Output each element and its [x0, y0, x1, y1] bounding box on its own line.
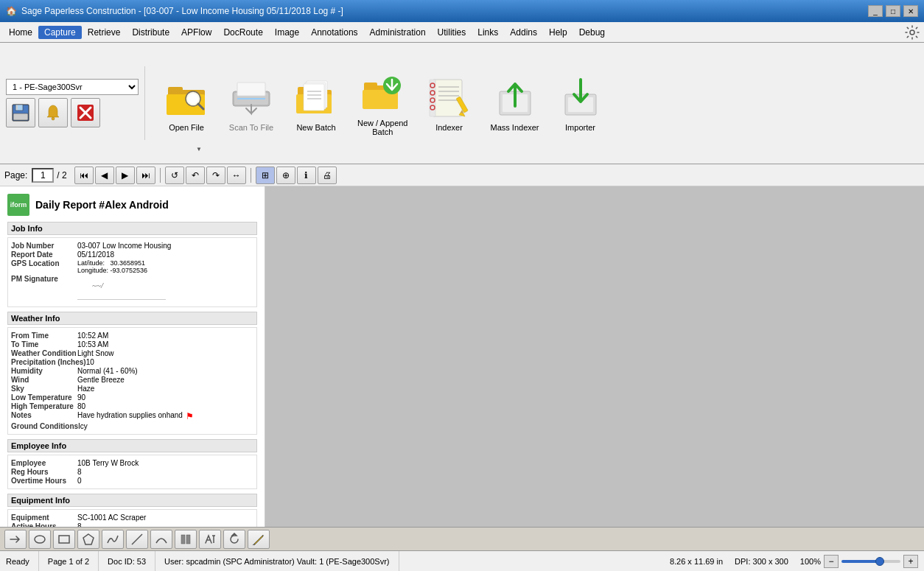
- low-temp-value: 90: [77, 393, 85, 402]
- print-button[interactable]: 🖨: [318, 167, 337, 184]
- scan-to-file-button[interactable]: Scan To File: [222, 71, 281, 135]
- notes-label: Notes: [11, 411, 77, 421]
- rotate-right-button[interactable]: ↷: [206, 167, 225, 184]
- menu-links[interactable]: Links: [472, 26, 504, 39]
- job-number-row: Job Number 03-007 Low Income Housing: [11, 242, 253, 250]
- draw-text-button[interactable]: [199, 530, 221, 549]
- zoom-slider-thumb[interactable]: [875, 557, 884, 566]
- minimize-button[interactable]: _: [868, 5, 883, 17]
- menu-retrieve[interactable]: Retrieve: [82, 26, 127, 39]
- employee-value: 10B Terry W Brock: [77, 459, 139, 467]
- svg-rect-11: [168, 87, 183, 94]
- notes-row: Notes Have hydration supplies onhand ⚑: [11, 411, 253, 421]
- rotate-left-button[interactable]: ↶: [186, 167, 205, 184]
- svg-point-55: [35, 536, 45, 543]
- menu-annotations[interactable]: Annotations: [305, 26, 363, 39]
- new-append-batch-label: New / Append Batch: [357, 119, 408, 136]
- employee-row: Employee 10B Terry W Brock: [11, 459, 253, 467]
- equipment-info-content: Equipment SC-1001 AC Scraper Active Hour…: [7, 509, 257, 527]
- draw-poly-button[interactable]: [77, 530, 99, 549]
- draw-line-button[interactable]: [126, 530, 148, 549]
- sky-row: Sky Haze: [11, 385, 253, 393]
- document-header: iform Daily Report #Alex Android: [7, 194, 257, 216]
- toolbar-dropdown-arrow[interactable]: ▼: [196, 146, 202, 153]
- sky-value: Haze: [77, 385, 94, 393]
- app-title-area: 🏠 Sage Paperless Construction - [03-007 …: [6, 6, 343, 16]
- svg-rect-59: [181, 535, 185, 544]
- svg-marker-57: [83, 534, 94, 544]
- svg-rect-4: [13, 113, 28, 120]
- info-button[interactable]: ℹ: [297, 167, 316, 184]
- close-button[interactable]: [71, 98, 100, 127]
- server-select[interactable]: 1 - PE-Sage300Svr: [6, 79, 139, 95]
- ground-conditions-value: Icy: [78, 422, 88, 430]
- weather-info-header: Weather Info: [7, 312, 257, 325]
- employee-label: Employee: [11, 459, 77, 467]
- menu-help[interactable]: Help: [543, 26, 573, 39]
- zoom-slider[interactable]: [841, 560, 900, 563]
- menu-debug[interactable]: Debug: [573, 26, 611, 39]
- save-button[interactable]: [6, 98, 35, 127]
- mass-indexer-button[interactable]: Mass Indexer: [485, 71, 545, 135]
- draw-filled-button[interactable]: [175, 530, 197, 549]
- close-button[interactable]: ✕: [903, 5, 918, 17]
- menu-image[interactable]: Image: [269, 26, 305, 39]
- svg-rect-30: [364, 83, 377, 90]
- first-page-button[interactable]: ⏮: [74, 167, 94, 184]
- menu-administration[interactable]: Administration: [364, 26, 432, 39]
- last-page-button[interactable]: ⏭: [136, 167, 155, 184]
- indexer-icon: [426, 74, 473, 122]
- draw-freehand-button[interactable]: [102, 530, 124, 549]
- draw-curve-button[interactable]: [150, 530, 172, 549]
- status-bar: Ready Page 1 of 2 Doc ID: 53 User: spcad…: [0, 550, 924, 571]
- menu-apflow[interactable]: APFlow: [175, 26, 217, 39]
- scan-to-file-label: Scan To File: [229, 123, 273, 132]
- new-append-batch-button[interactable]: New / Append Batch: [351, 67, 414, 139]
- indexer-button[interactable]: Indexer: [420, 71, 479, 135]
- svg-rect-24: [304, 84, 324, 111]
- prev-page-button[interactable]: ◀: [95, 167, 114, 184]
- gps-location-label: GPS Location: [11, 259, 77, 274]
- new-batch-button[interactable]: New Batch: [287, 71, 346, 135]
- refresh-button[interactable]: ↺: [165, 167, 184, 184]
- draw-rotate-button[interactable]: [223, 530, 245, 549]
- page-input[interactable]: [32, 168, 54, 183]
- next-page-button[interactable]: ▶: [116, 167, 135, 184]
- employee-info-content: Employee 10B Terry W Brock Reg Hours 8 O…: [7, 455, 257, 489]
- menu-addins[interactable]: Addins: [504, 26, 543, 39]
- maximize-button[interactable]: □: [886, 5, 900, 17]
- thumbnail-button[interactable]: ⊞: [256, 167, 275, 184]
- low-temp-label: Low Temperature: [11, 393, 77, 402]
- menu-utilities[interactable]: Utilities: [432, 26, 472, 39]
- overtime-hours-row: Overtime Hours 0: [11, 477, 253, 485]
- draw-arrow-button[interactable]: [4, 530, 27, 549]
- bell-button[interactable]: [38, 98, 68, 127]
- toolbar-separator-1: [144, 66, 145, 140]
- settings-icon[interactable]: [903, 24, 921, 41]
- importer-button[interactable]: Importer: [551, 71, 610, 135]
- page-info-text: Page 1 of 2: [48, 557, 89, 566]
- pan-button[interactable]: ↔: [227, 167, 246, 184]
- menu-home[interactable]: Home: [3, 26, 38, 39]
- menu-docroute[interactable]: DocRoute: [217, 26, 268, 39]
- svg-point-13: [188, 94, 198, 104]
- open-file-button[interactable]: Open File: [157, 71, 216, 135]
- wind-label: Wind: [11, 376, 77, 384]
- weather-condition-label: Weather Condition: [11, 349, 77, 357]
- mass-indexer-label: Mass Indexer: [491, 123, 539, 132]
- menu-distribute[interactable]: Distribute: [126, 26, 175, 39]
- status-user-info: User: spcadmin (SPC Administrator) Vault…: [155, 551, 399, 571]
- fit-page-button[interactable]: ⊕: [276, 167, 295, 184]
- draw-ellipse-button[interactable]: [29, 530, 51, 549]
- nav-sep-1: [160, 168, 161, 183]
- overtime-hours-label: Overtime Hours: [11, 477, 77, 485]
- equipment-label: Equipment: [11, 514, 77, 522]
- ground-conditions-label: Ground Conditions: [11, 422, 78, 430]
- zoom-out-button[interactable]: −: [824, 555, 839, 568]
- draw-rect-button[interactable]: [53, 530, 75, 549]
- drawing-toolbar: [0, 527, 924, 550]
- humidity-row: Humidity Normal (41 - 60%): [11, 367, 253, 375]
- draw-pen-button[interactable]: [248, 530, 270, 549]
- menu-capture[interactable]: Capture: [38, 26, 82, 39]
- zoom-in-button[interactable]: +: [903, 555, 918, 568]
